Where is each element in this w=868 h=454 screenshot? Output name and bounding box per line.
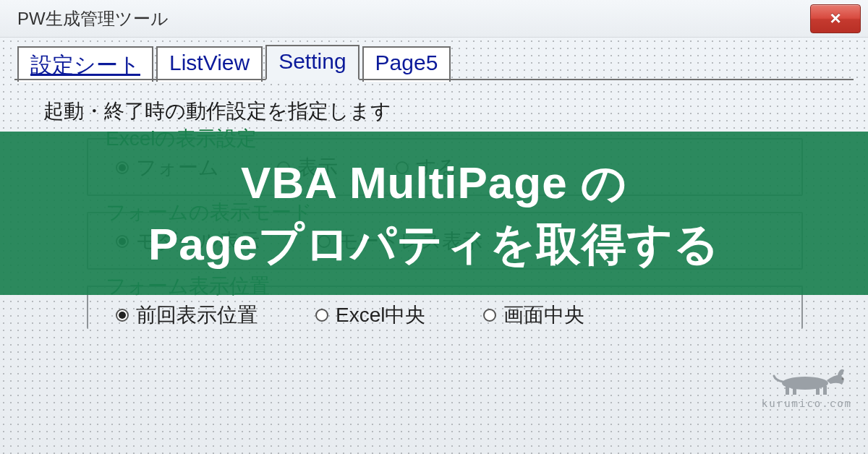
watermark-url: kurumico.com — [762, 398, 852, 409]
radio-excel-center[interactable]: Excel中央 — [315, 301, 425, 329]
tab-listview[interactable]: ListView — [156, 46, 263, 82]
group-form-position-options: 前回表示位置 Excel中央 画面中央 — [103, 301, 787, 329]
radio-label: 前回表示位置 — [136, 301, 258, 329]
radio-icon — [483, 309, 496, 322]
page-heading: 起動・終了時の動作設定を指定します — [43, 98, 854, 125]
close-button[interactable]: × — [810, 4, 861, 33]
svg-rect-3 — [816, 386, 820, 395]
svg-rect-1 — [786, 386, 789, 395]
multipage-tabstrip: 設定シート ListView Setting Page5 — [14, 45, 854, 80]
radio-icon — [315, 309, 328, 322]
radio-last-position[interactable]: 前回表示位置 — [116, 301, 258, 329]
close-icon: × — [830, 7, 841, 30]
radio-screen-center[interactable]: 画面中央 — [483, 301, 584, 329]
tab-underline — [14, 79, 854, 80]
overlay-line2: Pageプロパティを取得する — [148, 216, 720, 273]
svg-point-5 — [842, 378, 844, 380]
overlay-line1: VBA MultiPage の — [241, 155, 627, 211]
svg-rect-2 — [793, 386, 796, 395]
tab-settings-sheet[interactable]: 設定シート — [17, 46, 153, 82]
radio-label: Excel中央 — [336, 301, 425, 329]
tab-page5[interactable]: Page5 — [362, 46, 451, 82]
radio-label: 画面中央 — [503, 301, 584, 329]
dachshund-icon — [765, 360, 852, 396]
svg-rect-4 — [823, 386, 827, 395]
window-title: PW生成管理ツール — [17, 7, 169, 30]
watermark: kurumico.com — [762, 360, 852, 409]
tab-setting[interactable]: Setting — [265, 45, 359, 80]
overlay-banner: VBA MultiPage の Pageプロパティを取得する — [0, 132, 868, 295]
titlebar: PW生成管理ツール × — [0, 0, 868, 38]
radio-icon — [116, 309, 129, 322]
